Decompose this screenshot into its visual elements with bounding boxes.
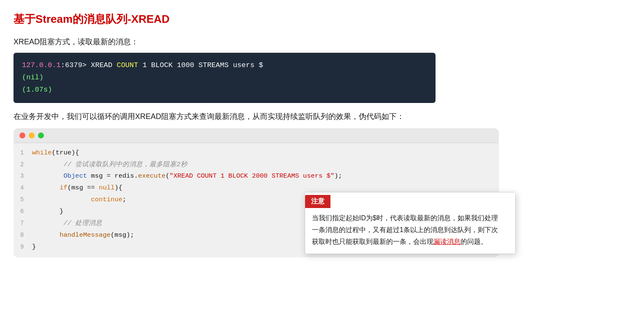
notice-text-3-prefix: 获取时也只能获取到最新的一条，会出现 xyxy=(312,238,433,245)
code-titlebar xyxy=(14,128,499,143)
terminal-port: :6379> xyxy=(61,61,87,69)
code-line-3: 3 Object msg = redis.execute("XREAD COUN… xyxy=(14,170,499,182)
desc-text: 在业务开发中，我们可以循环的调用XREAD阻塞方式来查询最新消息，从而实现持续监… xyxy=(14,111,630,122)
terminal-line-1: 127.0.0.1:6379> XREAD COUNT 1 BLOCK 1000… xyxy=(22,59,427,72)
notice-text-3-suffix: 的问题。 xyxy=(460,238,487,245)
notice-label: 注意 xyxy=(305,195,330,208)
notice-text-2: 一条消息的过程中，又有超过1条以上的消息到达队列，则下次 xyxy=(312,226,498,233)
dot-yellow xyxy=(29,132,35,138)
notice-text-1: 当我们指定起始ID为$时，代表读取最新的消息，如果我们处理 xyxy=(312,214,498,222)
terminal-block: 127.0.0.1:6379> XREAD COUNT 1 BLOCK 1000… xyxy=(14,53,436,103)
terminal-prompt: 127.0.0.1 xyxy=(22,61,61,69)
notice-header-row: 注意 xyxy=(305,192,515,208)
page-title: 基于Stream的消息队列-XREAD xyxy=(14,12,630,27)
dot-red xyxy=(19,132,25,138)
terminal-line-2: (nil) xyxy=(22,72,427,84)
terminal-line-3: (1.07s) xyxy=(22,84,427,96)
code-line-2: 2 // 尝试读取队列中的消息，最多阻塞2秒 xyxy=(14,159,499,171)
code-line-1: 1 while(true){ xyxy=(14,147,499,159)
code-window-wrapper: 1 while(true){ 2 // 尝试读取队列中的消息，最多阻塞2秒 3 … xyxy=(14,128,499,257)
dot-green xyxy=(38,132,44,138)
notice-text-3-link: 漏读消息 xyxy=(433,238,460,245)
intro-text: XREAD阻塞方式，读取最新的消息： xyxy=(14,37,630,47)
terminal-command: XREAD COUNT 1 BLOCK 1000 STREAMS users $ xyxy=(87,61,263,69)
notice-content: 当我们指定起始ID为$时，代表读取最新的消息，如果我们处理 一条消息的过程中，又… xyxy=(305,208,515,254)
notice-tooltip: 注意 当我们指定起始ID为$时，代表读取最新的消息，如果我们处理 一条消息的过程… xyxy=(305,192,516,254)
